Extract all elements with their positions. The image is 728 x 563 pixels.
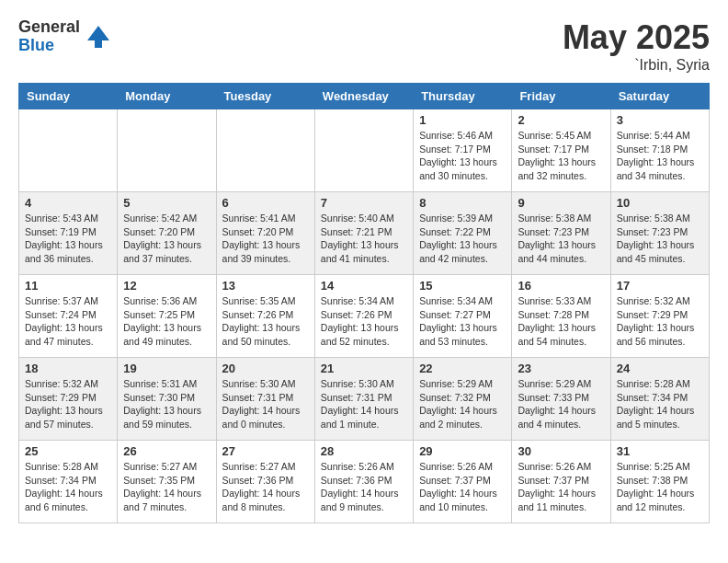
day-info: Sunrise: 5:35 AM Sunset: 7:26 PM Dayligh… xyxy=(222,294,309,349)
day-number: 21 xyxy=(321,362,407,375)
day-number: 18 xyxy=(25,362,111,375)
day-number: 1 xyxy=(419,113,506,127)
table-row: 20Sunrise: 5:30 AM Sunset: 7:31 PM Dayli… xyxy=(216,358,314,441)
day-info: Sunrise: 5:38 AM Sunset: 7:23 PM Dayligh… xyxy=(617,212,703,266)
calendar-week-3: 11Sunrise: 5:37 AM Sunset: 7:24 PM Dayli… xyxy=(19,275,710,358)
day-info: Sunrise: 5:26 AM Sunset: 7:37 PM Dayligh… xyxy=(518,460,604,514)
day-info: Sunrise: 5:29 AM Sunset: 7:32 PM Dayligh… xyxy=(419,377,506,431)
table-row: 7Sunrise: 5:40 AM Sunset: 7:21 PM Daylig… xyxy=(314,192,413,275)
table-row: 26Sunrise: 5:27 AM Sunset: 7:35 PM Dayli… xyxy=(118,441,216,523)
day-number: 27 xyxy=(222,444,309,458)
day-info: Sunrise: 5:37 AM Sunset: 7:24 PM Dayligh… xyxy=(25,294,111,349)
table-row: 11Sunrise: 5:37 AM Sunset: 7:24 PM Dayli… xyxy=(19,275,118,358)
day-number: 29 xyxy=(419,444,506,458)
table-row xyxy=(314,109,413,192)
day-info: Sunrise: 5:27 AM Sunset: 7:35 PM Dayligh… xyxy=(123,460,210,514)
table-row: 9Sunrise: 5:38 AM Sunset: 7:23 PM Daylig… xyxy=(512,192,610,275)
table-row: 27Sunrise: 5:27 AM Sunset: 7:36 PM Dayli… xyxy=(216,441,314,523)
day-number: 19 xyxy=(123,362,210,375)
table-row: 15Sunrise: 5:34 AM Sunset: 7:27 PM Dayli… xyxy=(414,275,512,358)
col-sunday: Sunday xyxy=(19,84,118,109)
month-year: May 2025 xyxy=(563,18,710,57)
table-row: 8Sunrise: 5:39 AM Sunset: 7:22 PM Daylig… xyxy=(414,192,512,275)
calendar-week-1: 1Sunrise: 5:46 AM Sunset: 7:17 PM Daylig… xyxy=(19,109,710,192)
day-number: 12 xyxy=(123,279,210,293)
day-number: 7 xyxy=(321,196,407,210)
table-row: 25Sunrise: 5:28 AM Sunset: 7:34 PM Dayli… xyxy=(19,441,118,523)
day-number: 22 xyxy=(419,362,506,375)
day-info: Sunrise: 5:32 AM Sunset: 7:29 PM Dayligh… xyxy=(25,377,111,431)
day-number: 2 xyxy=(518,113,604,127)
day-number: 10 xyxy=(617,196,703,210)
col-monday: Monday xyxy=(118,84,216,109)
table-row: 28Sunrise: 5:26 AM Sunset: 7:36 PM Dayli… xyxy=(314,441,413,523)
day-number: 9 xyxy=(518,196,604,210)
day-number: 4 xyxy=(25,196,111,210)
weekday-row: Sunday Monday Tuesday Wednesday Thursday… xyxy=(19,84,710,109)
day-info: Sunrise: 5:33 AM Sunset: 7:28 PM Dayligh… xyxy=(518,294,604,349)
day-number: 3 xyxy=(617,113,703,127)
day-number: 17 xyxy=(617,279,703,293)
logo-blue: Blue xyxy=(18,37,80,55)
day-info: Sunrise: 5:36 AM Sunset: 7:25 PM Dayligh… xyxy=(123,294,210,349)
title-block: May 2025 `Irbin, Syria xyxy=(563,18,710,74)
day-number: 26 xyxy=(123,444,210,458)
table-row: 13Sunrise: 5:35 AM Sunset: 7:26 PM Dayli… xyxy=(216,275,314,358)
col-tuesday: Tuesday xyxy=(216,84,314,109)
day-info: Sunrise: 5:39 AM Sunset: 7:22 PM Dayligh… xyxy=(419,212,506,266)
table-row: 19Sunrise: 5:31 AM Sunset: 7:30 PM Dayli… xyxy=(118,358,216,441)
day-number: 23 xyxy=(518,362,604,375)
day-number: 14 xyxy=(321,279,407,293)
day-number: 20 xyxy=(222,362,309,375)
calendar-header: Sunday Monday Tuesday Wednesday Thursday… xyxy=(19,84,710,109)
table-row xyxy=(118,109,216,192)
day-number: 24 xyxy=(617,362,703,375)
table-row: 16Sunrise: 5:33 AM Sunset: 7:28 PM Dayli… xyxy=(512,275,610,358)
day-info: Sunrise: 5:42 AM Sunset: 7:20 PM Dayligh… xyxy=(123,212,210,266)
table-row: 17Sunrise: 5:32 AM Sunset: 7:29 PM Dayli… xyxy=(610,275,709,358)
day-number: 30 xyxy=(518,444,604,458)
logo-icon xyxy=(84,22,113,52)
calendar-table: Sunday Monday Tuesday Wednesday Thursday… xyxy=(18,83,710,523)
table-row: 14Sunrise: 5:34 AM Sunset: 7:26 PM Dayli… xyxy=(314,275,413,358)
table-row: 2Sunrise: 5:45 AM Sunset: 7:17 PM Daylig… xyxy=(512,109,610,192)
table-row: 30Sunrise: 5:26 AM Sunset: 7:37 PM Dayli… xyxy=(512,441,610,523)
day-info: Sunrise: 5:44 AM Sunset: 7:18 PM Dayligh… xyxy=(617,129,703,183)
day-info: Sunrise: 5:41 AM Sunset: 7:20 PM Dayligh… xyxy=(222,212,309,266)
day-info: Sunrise: 5:43 AM Sunset: 7:19 PM Dayligh… xyxy=(25,212,111,266)
calendar-week-2: 4Sunrise: 5:43 AM Sunset: 7:19 PM Daylig… xyxy=(19,192,710,275)
day-info: Sunrise: 5:46 AM Sunset: 7:17 PM Dayligh… xyxy=(419,129,506,183)
table-row xyxy=(19,109,118,192)
day-info: Sunrise: 5:29 AM Sunset: 7:33 PM Dayligh… xyxy=(518,377,604,431)
day-info: Sunrise: 5:27 AM Sunset: 7:36 PM Dayligh… xyxy=(222,460,309,514)
day-info: Sunrise: 5:32 AM Sunset: 7:29 PM Dayligh… xyxy=(617,294,703,349)
day-info: Sunrise: 5:30 AM Sunset: 7:31 PM Dayligh… xyxy=(321,377,407,431)
calendar-body: 1Sunrise: 5:46 AM Sunset: 7:17 PM Daylig… xyxy=(19,109,710,523)
day-info: Sunrise: 5:30 AM Sunset: 7:31 PM Dayligh… xyxy=(222,377,309,431)
table-row: 18Sunrise: 5:32 AM Sunset: 7:29 PM Dayli… xyxy=(19,358,118,441)
table-row: 6Sunrise: 5:41 AM Sunset: 7:20 PM Daylig… xyxy=(216,192,314,275)
table-row: 12Sunrise: 5:36 AM Sunset: 7:25 PM Dayli… xyxy=(118,275,216,358)
table-row: 29Sunrise: 5:26 AM Sunset: 7:37 PM Dayli… xyxy=(414,441,512,523)
svg-rect-1 xyxy=(95,40,102,48)
table-row xyxy=(216,109,314,192)
day-number: 15 xyxy=(419,279,506,293)
table-row: 10Sunrise: 5:38 AM Sunset: 7:23 PM Dayli… xyxy=(610,192,709,275)
logo: General Blue xyxy=(18,18,113,55)
day-info: Sunrise: 5:28 AM Sunset: 7:34 PM Dayligh… xyxy=(25,460,111,514)
day-number: 31 xyxy=(617,444,703,458)
table-row: 21Sunrise: 5:30 AM Sunset: 7:31 PM Dayli… xyxy=(314,358,413,441)
day-info: Sunrise: 5:45 AM Sunset: 7:17 PM Dayligh… xyxy=(518,129,604,183)
calendar-week-4: 18Sunrise: 5:32 AM Sunset: 7:29 PM Dayli… xyxy=(19,358,710,441)
table-row: 5Sunrise: 5:42 AM Sunset: 7:20 PM Daylig… xyxy=(118,192,216,275)
col-saturday: Saturday xyxy=(610,84,709,109)
col-wednesday: Wednesday xyxy=(314,84,413,109)
day-info: Sunrise: 5:40 AM Sunset: 7:21 PM Dayligh… xyxy=(321,212,407,266)
day-info: Sunrise: 5:28 AM Sunset: 7:34 PM Dayligh… xyxy=(617,377,703,431)
day-number: 11 xyxy=(25,279,111,293)
day-number: 6 xyxy=(222,196,309,210)
table-row: 22Sunrise: 5:29 AM Sunset: 7:32 PM Dayli… xyxy=(414,358,512,441)
table-row: 1Sunrise: 5:46 AM Sunset: 7:17 PM Daylig… xyxy=(414,109,512,192)
day-number: 28 xyxy=(321,444,407,458)
day-number: 5 xyxy=(123,196,210,210)
